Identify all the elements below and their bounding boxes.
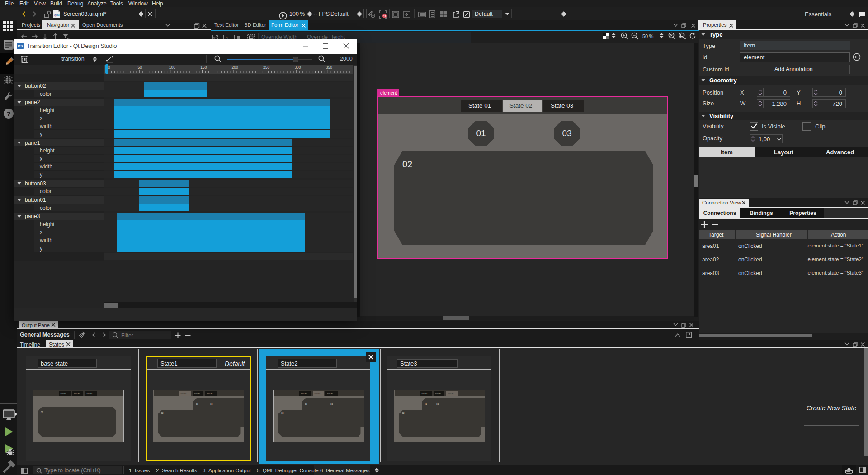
svg-text:?: ?: [6, 110, 10, 118]
svg-text:qml: qml: [54, 14, 60, 17]
